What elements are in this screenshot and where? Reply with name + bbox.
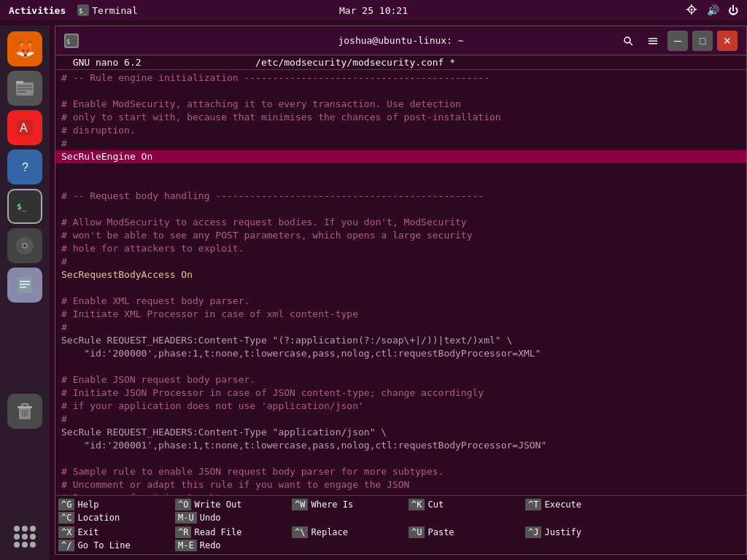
svg-text:$_: $_: [17, 202, 27, 211]
top-bar-left: Activities $_ Terminal: [9, 4, 138, 16]
footer-item[interactable]: ^JJustify: [525, 526, 642, 538]
svg-text:$_: $_: [79, 7, 87, 15]
sidebar-item-terminal[interactable]: $_: [7, 189, 42, 224]
footer-key: ^C: [58, 512, 74, 524]
editor-line: # Allow ModSecurity to access request bo…: [55, 216, 746, 229]
footer-label: Go To Line: [77, 540, 130, 551]
terminal-app-label[interactable]: $_ Terminal: [77, 4, 138, 16]
footer-item[interactable]: ^UPaste: [409, 526, 525, 538]
editor-line: # disruption.: [55, 124, 746, 137]
footer-key: ^T: [525, 499, 541, 510]
terminal-titlebar: $ joshua@ubuntu-linux: ~ ─ □ ✕: [55, 26, 746, 55]
footer-item[interactable]: ^/Go To Line: [58, 540, 175, 551]
network-icon[interactable]: [685, 3, 698, 18]
notes-icon: [15, 275, 35, 295]
editor-line: # Enable XML request body parser.: [55, 295, 746, 308]
svg-rect-29: [22, 410, 23, 416]
footer-item[interactable]: M-UUndo: [175, 512, 292, 524]
svg-rect-9: [16, 81, 23, 84]
svg-point-34: [624, 37, 630, 43]
svg-rect-30: [24, 410, 26, 416]
footer-label: Help: [77, 499, 98, 510]
sound-icon[interactable]: 🔊: [707, 4, 719, 16]
sidebar-item-firefox[interactable]: 🦊: [7, 31, 42, 66]
footer-key: ^R: [175, 526, 191, 538]
footer-label: Justify: [544, 527, 581, 537]
editor-line: # Enable JSON request body parser.: [55, 373, 746, 386]
footer-key: M-E: [175, 540, 197, 551]
editor-line: [55, 203, 746, 216]
trash-icon: [15, 401, 35, 421]
editor-content[interactable]: # -- Rule engine initialization --------…: [55, 70, 746, 495]
minimize-button[interactable]: ─: [667, 31, 688, 51]
menu-icon: [648, 36, 658, 46]
menu-button[interactable]: [643, 31, 663, 51]
editor-line: # -- Rule engine initialization --------…: [55, 71, 746, 85]
maximize-button[interactable]: □: [692, 31, 713, 51]
sidebar-item-help[interactable]: ?: [7, 149, 42, 184]
footer-item[interactable]: ^WWhere Is: [292, 499, 409, 510]
svg-point-3: [691, 8, 693, 10]
top-bar: Activities $_ Terminal Mar 25 10:21 🔊 ⏻: [0, 0, 747, 20]
footer-label: Execute: [544, 499, 581, 510]
footer-key: ^O: [175, 499, 191, 510]
footer-item[interactable]: ^RRead File: [175, 526, 292, 538]
footer-key: ^/: [58, 540, 74, 551]
footer-item[interactable]: ^GHelp: [58, 499, 175, 510]
terminal-sidebar-icon: $_: [15, 196, 35, 217]
editor-line: SecRule REQUEST_HEADERS:Content-Type "(?…: [55, 334, 746, 347]
editor-line: [55, 85, 746, 98]
footer-item[interactable]: ^CLocation: [58, 512, 175, 524]
editor-line: [55, 176, 746, 190]
editor-line: SecRuleEngine On: [55, 150, 746, 163]
editor-line: # Initiate XML Processor in case of xml …: [55, 308, 746, 321]
footer-label: Undo: [200, 513, 221, 523]
editor-line: #: [55, 413, 746, 426]
sidebar-item-files[interactable]: [7, 71, 42, 106]
footer-item[interactable]: ^TExecute: [525, 499, 642, 510]
editor-line: #: [55, 321, 746, 334]
footer-item[interactable]: ^OWrite Out: [175, 499, 292, 510]
editor-line: # if your application does not use 'appl…: [55, 400, 746, 413]
svg-line-35: [630, 42, 632, 45]
svg-rect-23: [20, 281, 30, 282]
disc-icon: [15, 236, 35, 256]
footer-key: ^J: [525, 526, 541, 538]
footer-label: Redo: [200, 540, 221, 551]
footer-item[interactable]: M-ERedo: [175, 540, 292, 551]
sidebar-item-disc[interactable]: [7, 228, 42, 263]
sidebar-item-software[interactable]: A: [7, 110, 42, 145]
editor-line: "id:'200000',phase:1,t:none,t:lowercase,…: [55, 347, 746, 360]
svg-rect-10: [18, 85, 32, 87]
footer-label: Cut: [427, 499, 444, 510]
editor-line: # Sample rule to enable JSON request bod…: [55, 465, 746, 478]
svg-rect-24: [20, 284, 30, 285]
footer-key: ^K: [409, 499, 425, 510]
sidebar-item-notes[interactable]: [7, 268, 42, 303]
footer-item[interactable]: ^KCut: [409, 499, 525, 510]
svg-rect-38: [649, 43, 657, 44]
footer-item[interactable]: ^\Replace: [292, 526, 409, 538]
footer-row-1: ^GHelp^OWrite Out^WWhere Is^KCut^TExecut…: [55, 497, 746, 525]
svg-text:$: $: [66, 38, 70, 45]
svg-rect-36: [649, 38, 657, 39]
sidebar: 🦊 A ? $_: [0, 26, 50, 560]
show-applications-button[interactable]: [7, 519, 42, 554]
footer-label: Location: [77, 513, 120, 523]
svg-rect-28: [22, 404, 28, 407]
footer-label: Paste: [427, 527, 454, 537]
svg-point-21: [23, 244, 26, 247]
editor-line: [55, 281, 746, 295]
svg-rect-31: [26, 410, 28, 416]
activities-button[interactable]: Activities: [9, 5, 66, 16]
editor-line: [55, 452, 746, 465]
editor-line: "id:'200001',phase:1,t:none,t:lowercase,…: [55, 439, 746, 452]
footer-item[interactable]: ^XExit: [58, 526, 175, 538]
top-bar-datetime: Mar 25 10:21: [339, 5, 408, 16]
power-icon[interactable]: ⏻: [728, 4, 738, 16]
svg-text:?: ?: [22, 161, 28, 174]
sidebar-item-trash[interactable]: [7, 394, 42, 429]
close-button[interactable]: ✕: [717, 31, 738, 51]
files-icon: [15, 78, 35, 98]
search-button[interactable]: [618, 31, 638, 51]
